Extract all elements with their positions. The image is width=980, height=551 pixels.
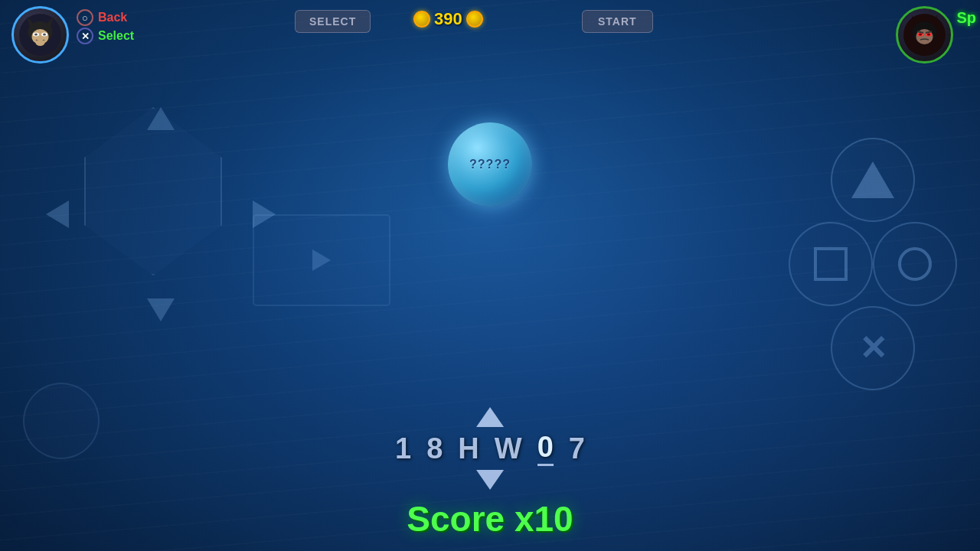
x-face-button[interactable]: ✕ (831, 306, 915, 390)
dpad-down-arrow (147, 298, 175, 321)
button-controls: ○ Back ✕ Select (77, 9, 134, 44)
dpad-right-arrow (253, 201, 276, 228)
avatar-right[interactable] (896, 6, 953, 64)
select-button-label: SELECT (309, 15, 356, 28)
square-button[interactable] (789, 222, 873, 306)
svg-point-7 (34, 34, 38, 36)
left-analog-button[interactable] (23, 383, 100, 459)
square-icon (814, 247, 848, 281)
shield-shape (84, 107, 222, 276)
coin-counter: 390 (413, 9, 483, 29)
cheat-char-0[interactable]: 1 (395, 432, 411, 465)
select-label: Select (98, 29, 134, 43)
score-multiplier-text: Score x10 (407, 498, 573, 540)
circle-face-button[interactable] (873, 222, 957, 306)
svg-point-8 (43, 34, 46, 36)
dpad-up-arrow (147, 107, 175, 130)
mystery-ball[interactable]: ????? (448, 122, 532, 207)
cheat-arrow-up[interactable] (476, 407, 504, 427)
select-button[interactable]: SELECT (295, 10, 371, 33)
cheat-char-2[interactable]: H (458, 432, 479, 465)
x-icon: ✕ (859, 331, 887, 365)
dpad-square-right-arrow (312, 249, 331, 271)
cheat-chars: 18HW07 (395, 431, 585, 466)
circle-button-icon: ○ (77, 9, 93, 26)
select-control-row: ✕ Select (77, 28, 134, 44)
triangle-icon (851, 161, 894, 198)
back-control-row: ○ Back (77, 9, 134, 26)
svg-point-18 (927, 34, 930, 36)
coin-count: 390 (434, 9, 462, 29)
start-button-label: START (598, 15, 637, 28)
game-screen: ○ Back ✕ Select SELECT 390 START Sp (0, 0, 980, 551)
svg-point-9 (36, 40, 45, 46)
cheat-char-4[interactable]: 0 (537, 431, 554, 466)
avatar-left[interactable] (11, 6, 69, 64)
cheat-selector: 18HW07 (395, 407, 585, 490)
cheat-char-1[interactable]: 8 (426, 432, 443, 465)
mystery-text: ????? (469, 158, 511, 171)
cheat-char-3[interactable]: W (495, 432, 522, 465)
sp-label: Sp (956, 9, 976, 27)
cheat-char-5[interactable]: 7 (569, 432, 585, 465)
coin-icon-left (413, 11, 430, 28)
score-multiplier: Score x10 (407, 498, 573, 540)
face-buttons: ✕ (789, 138, 957, 398)
start-button[interactable]: START (582, 10, 653, 33)
triangle-button[interactable] (831, 138, 915, 222)
dpad-square[interactable] (253, 214, 390, 306)
back-label: Back (98, 11, 127, 24)
svg-point-17 (919, 34, 922, 36)
x-button-icon: ✕ (77, 28, 93, 44)
dpad-left[interactable] (69, 122, 253, 306)
circle-icon (898, 247, 932, 281)
dpad-left-arrow (46, 201, 69, 228)
cheat-arrow-down[interactable] (476, 470, 504, 490)
coin-icon-right (466, 11, 483, 28)
